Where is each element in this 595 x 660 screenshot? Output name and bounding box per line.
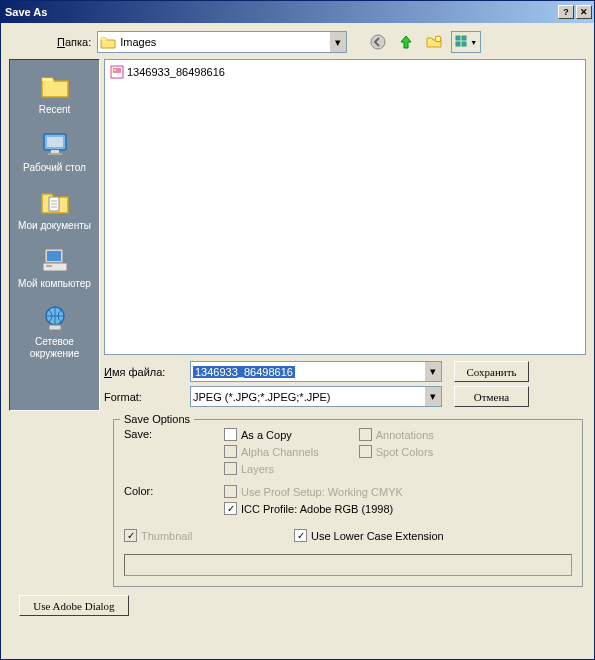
svg-rect-4 <box>456 42 460 46</box>
proof-checkbox <box>224 485 237 498</box>
window-title: Save As <box>5 6 558 18</box>
back-button[interactable] <box>367 31 389 53</box>
file-list[interactable]: 1346933_86498616 <box>104 59 586 355</box>
save-as-dialog: Save As ? ✕ Папка: Images ▾ ▼ <box>0 0 595 660</box>
svg-rect-2 <box>456 36 460 40</box>
sidebar-item-network[interactable]: Сетевое окружение <box>12 298 97 364</box>
description-box <box>124 554 572 576</box>
lookin-combo[interactable]: Images ▾ <box>97 31 347 53</box>
filename-label: Имя файла: <box>104 366 184 378</box>
save-options-group: Save Options Save: As a Copy Alpha Chann… <box>113 419 583 587</box>
spot-checkbox <box>359 445 372 458</box>
filename-combo[interactable]: 1346933_86498616 ▾ <box>190 361 442 382</box>
up-button[interactable] <box>395 31 417 53</box>
new-folder-button[interactable] <box>423 31 445 53</box>
places-sidebar: Recent Рабочий стол Мои документы Мой ко… <box>9 59 100 411</box>
folder-icon <box>100 35 116 49</box>
sidebar-item-mydocs[interactable]: Мои документы <box>12 182 97 236</box>
desktop-icon <box>39 128 71 160</box>
layers-checkbox <box>224 462 237 475</box>
svg-rect-13 <box>46 265 52 267</box>
sidebar-item-desktop[interactable]: Рабочий стол <box>12 124 97 178</box>
as-copy-checkbox[interactable] <box>224 428 237 441</box>
chevron-down-icon[interactable]: ▾ <box>424 362 441 381</box>
svg-point-1 <box>435 36 441 42</box>
svg-rect-3 <box>462 36 466 40</box>
lookin-label: Папка: <box>57 36 91 48</box>
color-label: Color: <box>124 485 224 519</box>
svg-point-0 <box>371 35 385 49</box>
use-adobe-dialog-button[interactable]: Use Adobe Dialog <box>19 595 129 616</box>
help-button[interactable]: ? <box>558 5 574 19</box>
cancel-button[interactable]: Отмена <box>454 386 529 407</box>
svg-rect-8 <box>51 150 59 153</box>
save-button[interactable]: Сохранить <box>454 361 529 382</box>
alpha-checkbox <box>224 445 237 458</box>
documents-icon <box>39 186 71 218</box>
svg-rect-9 <box>48 153 62 155</box>
sidebar-item-recent[interactable]: Recent <box>12 66 97 120</box>
network-icon <box>39 302 71 334</box>
svg-rect-7 <box>47 137 63 147</box>
svg-point-18 <box>114 69 116 71</box>
format-label: Format: <box>104 391 184 403</box>
image-file-icon <box>110 65 124 79</box>
sidebar-item-mycomp[interactable]: Мой компьютер <box>12 240 97 294</box>
chevron-down-icon[interactable]: ▾ <box>329 32 346 52</box>
svg-rect-15 <box>49 325 61 330</box>
folder-recent-icon <box>39 70 71 102</box>
chevron-down-icon[interactable]: ▾ <box>424 387 441 406</box>
lookin-value: Images <box>120 36 156 48</box>
svg-rect-5 <box>462 42 466 46</box>
format-combo[interactable]: JPEG (*.JPG;*.JPEG;*.JPE) ▾ <box>190 386 442 407</box>
close-button[interactable]: ✕ <box>576 5 592 19</box>
icc-checkbox[interactable]: ✓ <box>224 502 237 515</box>
file-item[interactable]: 1346933_86498616 <box>109 64 581 80</box>
lowercase-checkbox[interactable]: ✓ <box>294 529 307 542</box>
svg-rect-11 <box>47 251 61 261</box>
save-label: Save: <box>124 428 224 479</box>
options-legend: Save Options <box>120 413 194 425</box>
computer-icon <box>39 244 71 276</box>
annotations-checkbox <box>359 428 372 441</box>
thumbnail-checkbox: ✓ <box>124 529 137 542</box>
titlebar: Save As ? ✕ <box>1 1 594 23</box>
views-button[interactable]: ▼ <box>451 31 481 53</box>
